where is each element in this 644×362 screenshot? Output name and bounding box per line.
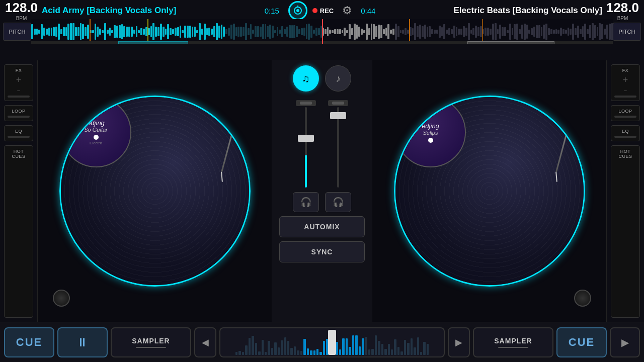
left-pause-icon: ⏸ bbox=[76, 335, 89, 349]
left-vinyl-body: edjing So Guitar Electro bbox=[61, 97, 249, 285]
music-note2-icon: ♪ bbox=[336, 73, 341, 84]
music-note-icon: ♫ bbox=[302, 73, 310, 84]
right-fx-section[interactable]: FX + − bbox=[611, 64, 640, 101]
right-cue-button[interactable]: CUE bbox=[556, 327, 607, 357]
mixer-icons-row: ♫ ♪ bbox=[293, 65, 351, 92]
left-loop-section[interactable]: LOOP bbox=[4, 105, 33, 121]
crossfader-section[interactable] bbox=[219, 327, 445, 357]
left-fader-handle[interactable] bbox=[298, 135, 314, 142]
right-marker-1 bbox=[409, 19, 410, 44]
left-pitch-btn[interactable]: PITCH bbox=[3, 23, 31, 41]
top-bar: 128.0 BPM Acid Army [Backing Vocals Only… bbox=[0, 0, 644, 60]
bottom-bar: CUE ⏸ SAMPLER ◀ ▶ SAMPLER CUE ▶ bbox=[0, 322, 644, 362]
left-time: 0:15 bbox=[261, 7, 283, 15]
rec-button[interactable]: REC bbox=[312, 7, 334, 15]
mixer-icon-left[interactable]: ♫ bbox=[293, 65, 319, 92]
left-vinyl-genre: Electro bbox=[90, 141, 102, 145]
right-fader bbox=[328, 100, 348, 188]
left-sampler-button[interactable]: SAMPLER bbox=[111, 327, 191, 357]
gear-icon: ⚙ bbox=[342, 4, 352, 17]
left-eq-section[interactable]: EQ bbox=[4, 125, 33, 141]
svg-point-1 bbox=[296, 9, 299, 12]
left-eq-bar bbox=[8, 136, 29, 138]
left-marker-1 bbox=[90, 19, 91, 44]
left-marker-2 bbox=[147, 19, 148, 44]
right-loop-section[interactable]: LOOP bbox=[611, 105, 640, 121]
right-fx-minus: − bbox=[624, 87, 627, 94]
left-loop-bar bbox=[8, 116, 29, 118]
playhead-line bbox=[322, 19, 323, 44]
right-fx-label: FX bbox=[622, 68, 629, 73]
right-loop-label: LOOP bbox=[618, 109, 632, 114]
mixer-icon-right[interactable]: ♪ bbox=[325, 65, 351, 92]
sync-button[interactable]: SYNC bbox=[279, 241, 365, 262]
left-loop-label: LOOP bbox=[12, 109, 25, 114]
right-sampler-label: SAMPLER bbox=[494, 337, 532, 345]
right-arr-button[interactable]: ▶ bbox=[448, 327, 470, 357]
left-tonearm-head bbox=[233, 97, 247, 109]
right-sampler-button[interactable]: SAMPLER bbox=[473, 327, 553, 357]
left-bpm-value: 128.0 bbox=[5, 0, 38, 15]
left-vinyl-knob[interactable] bbox=[53, 290, 70, 307]
left-vinyl[interactable]: edjing So Guitar Electro bbox=[59, 96, 251, 287]
sync-label: SYNC bbox=[311, 248, 333, 256]
left-pause-button[interactable]: ⏸ bbox=[57, 327, 108, 357]
left-hotcues-section[interactable]: HOTCUES bbox=[4, 145, 33, 318]
center-mixer: ♫ ♪ bbox=[272, 60, 372, 322]
left-fader-slot bbox=[296, 100, 316, 106]
right-track-title: Electric Beats [Backing Vocals Only] bbox=[383, 6, 602, 16]
left-vinyl-pointer bbox=[82, 276, 86, 280]
right-vinyl[interactable]: edjing Sullps bbox=[394, 96, 585, 287]
right-side-panel: FX + − LOOP EQ HOTCUES bbox=[606, 60, 644, 322]
right-hotcues-section[interactable]: HOTCUES bbox=[611, 145, 640, 318]
left-headphone-btn[interactable]: 🎧 bbox=[293, 192, 319, 212]
left-cue-label: CUE bbox=[16, 336, 42, 349]
automix-label: AUTOMIX bbox=[304, 223, 340, 231]
right-eq-bar bbox=[614, 136, 636, 138]
right-hotcues-label: HOTCUES bbox=[618, 149, 632, 159]
left-fader-line bbox=[305, 107, 307, 188]
right-vinyl-text: edjing bbox=[422, 122, 439, 130]
right-deck: edjing Sullps bbox=[372, 60, 606, 322]
right-vinyl-label: edjing Sullps bbox=[395, 97, 466, 167]
left-fx-plus: + bbox=[16, 75, 22, 85]
right-pos-indicator bbox=[467, 41, 554, 44]
left-vinyl-sub: So Guitar bbox=[84, 127, 107, 133]
right-vinyl-sub: Sullps bbox=[423, 130, 438, 136]
right-pitch-btn[interactable]: PITCH bbox=[613, 23, 641, 41]
waveform-row: PITCH bbox=[3, 19, 641, 44]
right-tonearm-head bbox=[568, 97, 581, 109]
left-track-title: Acid Army [Backing Vocals Only] bbox=[42, 6, 261, 16]
right-fader-handle[interactable] bbox=[330, 112, 346, 119]
right-vinyl-pointer bbox=[558, 276, 562, 280]
left-cue-button[interactable]: CUE bbox=[4, 327, 54, 357]
right-time: 0:44 bbox=[361, 7, 383, 15]
left-fx-bar bbox=[8, 96, 29, 98]
right-vinyl-body: edjing Sullps bbox=[395, 97, 584, 285]
left-fx-section[interactable]: FX + − bbox=[4, 64, 33, 101]
right-sampler-underline bbox=[498, 347, 528, 348]
right-fx-plus: + bbox=[623, 75, 628, 85]
left-side-panel: FX + − LOOP EQ HOTCUES bbox=[0, 60, 38, 322]
gear-button[interactable]: ⚙ bbox=[339, 2, 356, 19]
main-area: FX + − LOOP EQ HOTCUES bbox=[0, 60, 644, 322]
left-headphone-icon: 🎧 bbox=[300, 197, 311, 208]
left-fader bbox=[296, 100, 316, 188]
right-play-icon: ▶ bbox=[621, 336, 629, 348]
left-fx-minus: − bbox=[17, 87, 20, 94]
automix-button[interactable]: AUTOMIX bbox=[279, 216, 365, 237]
left-fx-label: FX bbox=[16, 68, 22, 73]
waveform-container[interactable] bbox=[31, 19, 613, 44]
track-info-row: 128.0 BPM Acid Army [Backing Vocals Only… bbox=[0, 0, 644, 19]
left-sampler-underline bbox=[136, 347, 166, 348]
right-eq-section[interactable]: EQ bbox=[611, 125, 640, 141]
eq-spin-button[interactable] bbox=[288, 1, 307, 20]
right-headphone-icon: 🎧 bbox=[333, 197, 344, 208]
rec-dot bbox=[312, 8, 317, 13]
right-play-button[interactable]: ▶ bbox=[610, 327, 640, 357]
crossfader-handle[interactable] bbox=[328, 330, 336, 355]
right-headphone-btn[interactable]: 🎧 bbox=[325, 192, 351, 212]
right-vinyl-knob[interactable] bbox=[574, 290, 591, 307]
left-arr-button[interactable]: ◀ bbox=[194, 327, 216, 357]
left-bpm: 128.0 BPM bbox=[5, 0, 38, 21]
